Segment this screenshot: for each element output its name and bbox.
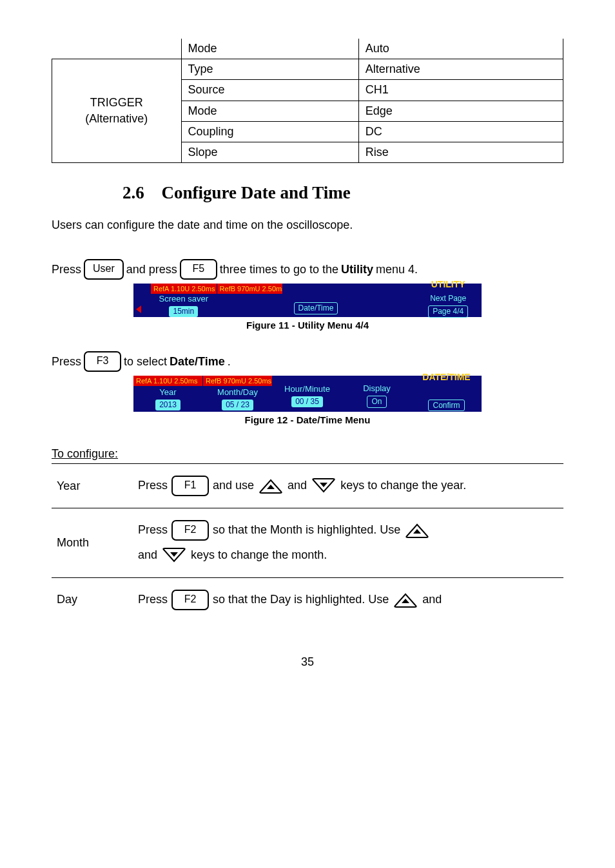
menu-title: DATE/TIME <box>422 371 470 384</box>
cell-type-value: Alternative <box>358 59 563 80</box>
to-configure-heading: To configure: <box>52 446 563 462</box>
value: Page 4/4 <box>428 305 468 318</box>
section-number: 2.6 <box>122 181 144 206</box>
label: Hour/Minute <box>284 383 330 395</box>
utility-cell-datetime: Date/Time <box>283 284 349 317</box>
user-key: User <box>84 259 124 280</box>
cell-slope-value: Rise <box>358 142 563 162</box>
text: Press <box>138 587 168 613</box>
text: and <box>288 473 307 499</box>
text: Press <box>52 354 81 370</box>
config-label-day: Day <box>52 578 133 622</box>
text-bold: Date/Time <box>170 354 225 370</box>
cell-mode2-label: Mode <box>181 101 358 121</box>
dt-cell-hourmin: Hour/Minute 00 / 35 <box>273 376 342 412</box>
intro-text: Users can configure the date and time on… <box>52 217 563 233</box>
cell-slope-label: Slope <box>181 142 358 162</box>
section-title: Configure Date and Time <box>162 183 351 202</box>
dt-cell-monthday: Month/Day 05 / 23 <box>203 376 273 412</box>
down-arrow-icon <box>311 478 337 494</box>
config-table: Year Press F1 and use and keys to change… <box>52 463 563 621</box>
datetime-menu-strip: Year 2013 Month/Day 05 / 23 Hour/Minute … <box>133 376 482 412</box>
row-group-trigger: TRIGGER (Alternative) <box>52 59 182 163</box>
down-arrow-icon <box>161 548 187 563</box>
label: Month/Day <box>217 387 258 398</box>
config-label-year: Year <box>52 464 133 508</box>
text: keys to change the year. <box>340 473 466 499</box>
utility-cell-screensaver: Screen saver 15min <box>151 284 217 317</box>
text: Press <box>52 262 81 278</box>
text: so that the Month is highlighted. Use <box>213 517 400 543</box>
value: 2013 <box>155 400 181 410</box>
config-label-month: Month <box>52 508 133 577</box>
text: so that the Day is highlighted. Use <box>213 587 389 613</box>
utility-cell-blank2 <box>349 284 416 317</box>
page-number: 35 <box>52 654 563 670</box>
text: three times to go to the <box>220 262 338 278</box>
label: Display <box>363 383 391 394</box>
text: and <box>422 587 442 613</box>
f1-key: F1 <box>171 476 209 496</box>
value: 00 / 35 <box>291 396 323 407</box>
utility-menu-strip: Screen saver 15min Date/Time UTILITY Nex… <box>133 284 482 317</box>
text: and use <box>213 473 254 499</box>
utility-cell-blank1 <box>217 284 284 317</box>
text: Press <box>138 473 168 499</box>
figure-12-caption: Figure 12 - Date/Time Menu <box>52 413 563 427</box>
cell-type-label: Type <box>181 59 358 80</box>
value: Date/Time <box>294 302 338 314</box>
config-row-month: Month Press F2 so that the Month is high… <box>52 508 563 577</box>
up-arrow-icon <box>393 592 418 608</box>
cell-mode2-value: Edge <box>358 101 563 121</box>
cell-source-label: Source <box>181 80 358 101</box>
dt-cell-year: Year 2013 <box>133 376 203 412</box>
text: and press <box>126 262 177 278</box>
cell-coupling-label: Coupling <box>181 121 358 142</box>
value: 05 / 23 <box>222 400 253 410</box>
f2-key: F2 <box>171 590 209 610</box>
config-row-day: Day Press F2 so that the Day is highligh… <box>52 578 563 622</box>
text-bold: Utility <box>341 262 373 278</box>
dt-cell-display: Display On <box>342 376 412 412</box>
up-arrow-icon <box>258 478 284 494</box>
f2-key: F2 <box>171 520 209 541</box>
f5-key: F5 <box>180 259 217 280</box>
arrow-left-icon <box>136 305 141 313</box>
utility-cell-title: UTILITY Next Page Page 4/4 <box>415 284 482 317</box>
cell-mode-value: Auto <box>358 39 563 59</box>
text: and <box>138 543 157 568</box>
cell-coupling-value: DC <box>358 121 563 142</box>
text: to select <box>124 354 167 370</box>
menu-title: UTILITY <box>431 278 465 291</box>
text: menu 4. <box>376 262 418 278</box>
value: Confirm <box>428 400 464 412</box>
instruction-utility: Press User and press F5 three times to g… <box>52 259 563 280</box>
text: . <box>228 354 231 370</box>
nav-left <box>133 284 151 317</box>
instruction-datetime: Press F3 to select Date/Time . <box>52 351 563 372</box>
cell-source-value: CH1 <box>358 80 563 101</box>
cell-mode-label: Mode <box>181 39 358 59</box>
config-row-year: Year Press F1 and use and keys to change… <box>52 464 563 508</box>
trigger-param-table: Mode Auto TRIGGER (Alternative) Type Alt… <box>52 39 563 163</box>
text: Press <box>138 517 168 543</box>
label: Next Page <box>430 293 466 304</box>
value: On <box>367 396 386 408</box>
figure-11-caption: Figure 11 - Utility Menu 4/4 <box>52 318 563 332</box>
up-arrow-icon <box>404 523 430 538</box>
dt-cell-title: DATE/TIME Confirm <box>412 376 482 412</box>
label: Screen saver <box>159 293 209 305</box>
section-heading: 2.6 Configure Date and Time <box>52 181 563 206</box>
label: Year <box>159 387 176 398</box>
text: keys to change the month. <box>191 543 327 568</box>
value: 15min <box>169 306 198 317</box>
f3-key: F3 <box>84 351 121 372</box>
